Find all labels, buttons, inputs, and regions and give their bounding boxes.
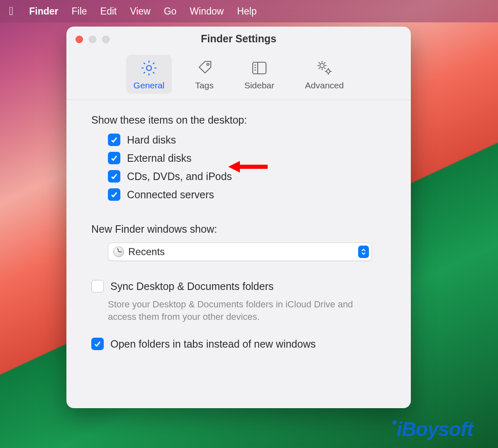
checkbox-sync-desktop-documents[interactable]	[91, 280, 104, 292]
tab-sidebar[interactable]: Sidebar	[237, 55, 282, 94]
svg-point-1	[207, 63, 209, 66]
watermark-logo: iBoysoft	[393, 418, 473, 441]
checkbox-hard-disks[interactable]	[108, 134, 120, 146]
window-minimize-button[interactable]	[89, 36, 96, 43]
apple-menu-icon[interactable]: 	[9, 5, 13, 18]
checkbox-cds-dvds-ipods[interactable]	[108, 170, 120, 183]
tab-advanced[interactable]: Advanced	[298, 55, 351, 94]
svg-point-8	[327, 70, 330, 73]
checkbox-label: Sync Desktop & Documents folders	[110, 280, 273, 292]
checkbox-connected-servers[interactable]	[108, 188, 120, 201]
popup-stepper-icon	[358, 246, 369, 258]
checkbox-row-sync-desktop-documents: Sync Desktop & Documents folders	[91, 280, 386, 292]
checkbox-row-external-disks: External disks	[108, 152, 386, 164]
window-close-button[interactable]	[76, 36, 83, 43]
new-windows-heading: New Finder windows show:	[91, 223, 386, 235]
checkbox-open-in-tabs[interactable]	[91, 338, 104, 350]
menubar-item-edit[interactable]: Edit	[100, 6, 117, 17]
tab-general[interactable]: General	[126, 55, 172, 94]
tab-label: General	[134, 80, 165, 90]
checkbox-label: CDs, DVDs, and iPods	[127, 170, 232, 183]
gears-icon	[315, 59, 334, 77]
menubar-item-view[interactable]: View	[130, 6, 150, 17]
popup-value: Recents	[128, 246, 165, 258]
tab-label: Sidebar	[244, 80, 274, 90]
checkbox-row-hard-disks: Hard disks	[108, 134, 386, 146]
checkbox-row-open-in-tabs: Open folders in tabs instead of new wind…	[91, 338, 386, 350]
checkbox-label: Hard disks	[127, 134, 176, 146]
checkbox-row-cds-dvds-ipods: CDs, DVDs, and iPods	[108, 170, 386, 183]
checkbox-label: External disks	[127, 152, 192, 164]
tab-label: Advanced	[305, 80, 344, 90]
menubar:  Finder File Edit View Go Window Help	[0, 0, 498, 22]
sync-help-text: Store your Desktop & Documents folders i…	[108, 298, 357, 323]
window-title: Finder Settings	[66, 33, 411, 45]
menubar-item-window[interactable]: Window	[190, 6, 224, 17]
new-windows-popup[interactable]: Recents	[108, 243, 372, 261]
svg-point-7	[320, 63, 324, 68]
settings-content: Show these items on the desktop: Hard di…	[66, 100, 411, 408]
window-zoom-button[interactable]	[102, 36, 110, 43]
recents-icon	[113, 246, 124, 257]
menubar-item-file[interactable]: File	[72, 6, 87, 17]
settings-tabs: General Tags Sidebar Advanced	[66, 51, 411, 100]
finder-settings-window: Finder Settings General Tags Sidebar Adv…	[66, 27, 411, 408]
window-titlebar: Finder Settings	[66, 27, 411, 51]
menubar-item-help[interactable]: Help	[237, 6, 256, 17]
menubar-item-go[interactable]: Go	[164, 6, 177, 17]
checkbox-label: Open folders in tabs instead of new wind…	[110, 338, 316, 350]
svg-point-0	[146, 66, 151, 71]
sidebar-icon	[250, 59, 269, 77]
checkbox-row-connected-servers: Connected servers	[108, 188, 386, 201]
tag-icon	[195, 59, 213, 77]
tab-tags[interactable]: Tags	[188, 55, 221, 94]
checkbox-external-disks[interactable]	[108, 152, 120, 164]
tab-label: Tags	[195, 80, 213, 90]
desktop-items-heading: Show these items on the desktop:	[91, 114, 386, 126]
gear-icon	[140, 59, 158, 77]
menubar-app-name[interactable]: Finder	[29, 6, 58, 17]
window-traffic-lights	[76, 36, 110, 43]
checkbox-label: Connected servers	[127, 189, 214, 201]
